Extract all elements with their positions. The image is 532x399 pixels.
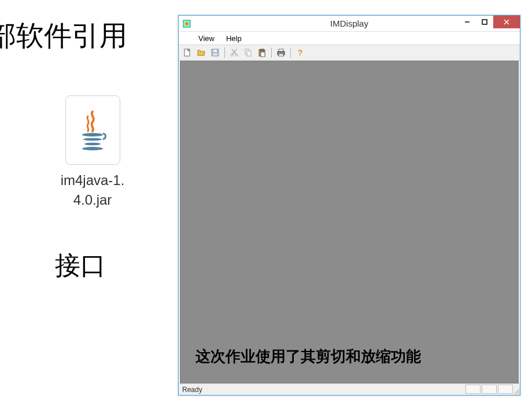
toolbar-separator (271, 47, 272, 58)
window-title: IMDisplay (330, 19, 368, 28)
svg-point-14 (235, 54, 238, 56)
open-folder-icon[interactable] (195, 46, 208, 59)
help-icon[interactable]: ? (294, 46, 306, 59)
status-pane (498, 385, 513, 394)
status-text: Ready (182, 386, 202, 394)
svg-rect-9 (213, 50, 217, 52)
svg-rect-16 (247, 51, 251, 56)
menu-view[interactable]: View (195, 33, 218, 44)
paste-icon[interactable] (256, 46, 268, 59)
minimize-button[interactable] (459, 16, 476, 28)
maximize-button[interactable] (476, 16, 493, 28)
svg-line-26 (519, 394, 519, 394)
imdisplay-window: IMDisplay View Help (178, 15, 520, 396)
statusbar: Ready (179, 383, 520, 395)
close-button[interactable] (493, 16, 520, 28)
svg-rect-19 (261, 52, 265, 57)
svg-line-11 (232, 49, 236, 54)
slide-heading: 部软件引用 (0, 17, 127, 54)
menu-help[interactable]: Help (223, 33, 245, 44)
toolbar-separator (290, 47, 291, 58)
svg-point-2 (185, 22, 189, 25)
toolbar: ? (179, 45, 520, 61)
svg-rect-10 (213, 53, 217, 56)
svg-line-24 (514, 389, 519, 394)
jar-filename: im4java-1. 4.0.jar (49, 171, 136, 209)
jar-file-icon-container: im4java-1. 4.0.jar (49, 95, 136, 209)
client-area: 这次作业使用了其剪切和放缩功能 (180, 61, 519, 383)
print-icon[interactable] (275, 46, 287, 59)
copy-icon[interactable] (242, 46, 254, 59)
svg-rect-4 (482, 20, 487, 24)
svg-rect-22 (279, 54, 283, 56)
svg-rect-18 (260, 49, 264, 51)
app-icon (182, 19, 191, 28)
status-pane (482, 385, 497, 394)
svg-point-13 (231, 54, 233, 56)
new-file-icon[interactable] (181, 46, 194, 59)
resize-grip-icon[interactable] (513, 388, 520, 395)
overlay-text: 这次作业使用了其剪切和放缩功能 (195, 346, 421, 367)
cut-icon[interactable] (228, 46, 241, 59)
svg-text:?: ? (298, 48, 303, 57)
status-pane (466, 385, 481, 394)
svg-rect-20 (279, 49, 283, 51)
titlebar[interactable]: IMDisplay (179, 16, 520, 32)
svg-point-0 (82, 147, 103, 150)
interface-label: 接口 (55, 249, 106, 283)
toolbar-separator (224, 47, 225, 58)
svg-line-12 (232, 49, 237, 54)
menubar: View Help (179, 32, 520, 45)
save-icon[interactable] (209, 46, 221, 59)
java-jar-icon (65, 95, 120, 165)
